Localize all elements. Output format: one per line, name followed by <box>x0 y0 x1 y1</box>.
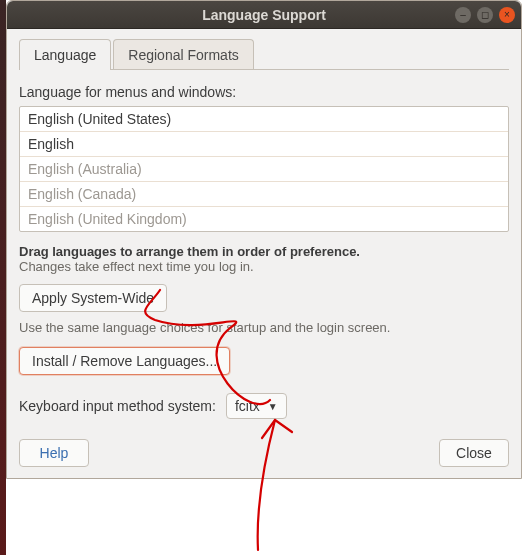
window-controls: – ◻ × <box>455 7 515 23</box>
chevron-down-icon: ▼ <box>268 401 278 412</box>
list-item[interactable]: English (United States) <box>20 107 508 132</box>
tab-language[interactable]: Language <box>19 39 111 69</box>
list-item[interactable]: English <box>20 132 508 157</box>
drag-hint-sub: Changes take effect next time you log in… <box>19 259 509 274</box>
tab-label: Language <box>34 47 96 63</box>
titlebar[interactable]: Language Support – ◻ × <box>7 1 521 29</box>
button-label: Apply System-Wide <box>32 290 154 306</box>
list-item[interactable]: English (Canada) <box>20 182 508 207</box>
window: Language Support – ◻ × Language Regional… <box>6 0 522 479</box>
language-list[interactable]: English (United States) English English … <box>19 106 509 232</box>
window-title: Language Support <box>7 7 521 23</box>
apply-system-wide-button[interactable]: Apply System-Wide <box>19 284 167 312</box>
keyboard-method-select[interactable]: fcitx ▼ <box>226 393 287 419</box>
keyboard-method-label: Keyboard input method system: <box>19 398 216 414</box>
close-button[interactable]: Close <box>439 439 509 467</box>
list-item[interactable]: English (Australia) <box>20 157 508 182</box>
maximize-button[interactable]: ◻ <box>477 7 493 23</box>
install-remove-languages-button[interactable]: Install / Remove Languages... <box>19 347 230 375</box>
keyboard-method-row: Keyboard input method system: fcitx ▼ <box>19 393 509 419</box>
close-window-button[interactable]: × <box>499 7 515 23</box>
dialog-footer: Help Close <box>19 439 509 467</box>
minimize-button[interactable]: – <box>455 7 471 23</box>
drag-hint: Drag languages to arrange them in order … <box>19 244 509 259</box>
button-label: Close <box>456 445 492 461</box>
help-button[interactable]: Help <box>19 439 89 467</box>
desktop-edge <box>0 0 6 555</box>
tab-bar: Language Regional Formats <box>19 39 509 70</box>
select-value: fcitx <box>235 398 260 414</box>
apply-caption: Use the same language choices for startu… <box>19 320 509 335</box>
tab-regional-formats[interactable]: Regional Formats <box>113 39 254 69</box>
window-content: Language Regional Formats Language for m… <box>7 29 521 479</box>
list-item[interactable]: English (United Kingdom) <box>20 207 508 231</box>
button-label: Install / Remove Languages... <box>32 353 217 369</box>
tab-label: Regional Formats <box>128 47 239 63</box>
button-label: Help <box>40 445 69 461</box>
language-list-label: Language for menus and windows: <box>19 84 509 100</box>
